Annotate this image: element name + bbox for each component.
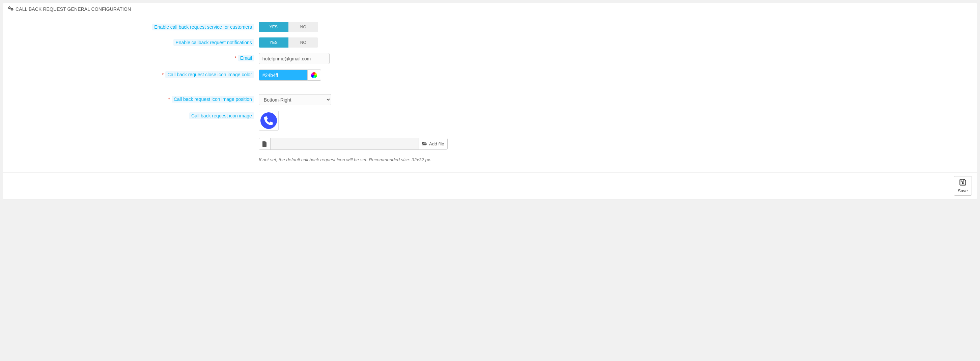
panel-footer: Save <box>3 172 977 199</box>
row-icon-image: Call back request icon image <box>8 111 972 130</box>
row-email: *Email <box>8 53 972 64</box>
row-close-icon-color: *Call back request close icon image colo… <box>8 70 972 81</box>
color-picker-button[interactable] <box>308 70 321 81</box>
phone-icon <box>261 112 277 129</box>
toggle-enable-service-no[interactable]: NO <box>288 22 318 32</box>
label-enable-notifications: Enable callback request notifications <box>8 37 259 46</box>
save-icon <box>959 178 967 187</box>
toggle-enable-notifications-no[interactable]: NO <box>288 37 318 48</box>
label-close-icon-color: *Call back request close icon image colo… <box>8 70 259 78</box>
gears-icon <box>8 6 13 12</box>
icon-image-help-text: If not set, the default call back reques… <box>259 157 431 162</box>
config-panel: CALL BACK REQUEST GENERAL CONFIGURATION … <box>3 3 977 199</box>
label-icon-position: *Call back request icon image position <box>8 94 259 103</box>
close-icon-color-input[interactable] <box>259 70 308 81</box>
label-enable-service: Enable call back request service for cus… <box>8 22 259 30</box>
panel-title: CALL BACK REQUEST GENERAL CONFIGURATION <box>16 6 131 12</box>
color-wheel-icon <box>311 72 317 78</box>
row-enable-service: Enable call back request service for cus… <box>8 22 972 32</box>
save-button[interactable]: Save <box>954 176 972 196</box>
row-icon-file: Add file If not set, the default call ba… <box>8 138 972 162</box>
file-name-display <box>270 138 418 149</box>
icon-position-select[interactable]: Bottom-Right <box>259 94 331 105</box>
panel-body: Enable call back request service for cus… <box>3 15 977 172</box>
row-icon-position: *Call back request icon image position B… <box>8 94 972 105</box>
toggle-enable-notifications-yes[interactable]: YES <box>259 37 288 48</box>
file-picker: Add file <box>259 138 448 150</box>
toggle-enable-notifications[interactable]: YES NO <box>259 37 318 48</box>
add-file-button[interactable]: Add file <box>418 138 447 149</box>
row-enable-notifications: Enable callback request notifications YE… <box>8 37 972 48</box>
label-email: *Email <box>8 53 259 61</box>
icon-image-preview <box>259 111 278 130</box>
panel-heading: CALL BACK REQUEST GENERAL CONFIGURATION <box>3 3 977 15</box>
folder-open-icon <box>422 142 427 147</box>
file-icon <box>259 138 270 149</box>
label-icon-image: Call back request icon image <box>8 111 259 119</box>
email-input[interactable] <box>259 53 329 64</box>
toggle-enable-service-yes[interactable]: YES <box>259 22 288 32</box>
toggle-enable-service[interactable]: YES NO <box>259 22 318 32</box>
